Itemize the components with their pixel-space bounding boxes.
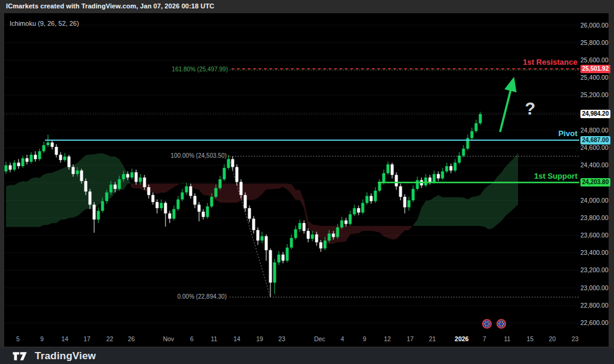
pivot-label[interactable]: Pivot	[558, 129, 577, 138]
time-axis-label: 23	[278, 335, 285, 342]
candle-down	[202, 212, 205, 217]
cloud-bear-segment	[262, 183, 266, 194]
candle-up	[454, 163, 457, 170]
candle-down	[315, 234, 318, 242]
support-label[interactable]: 1st Support	[534, 172, 577, 181]
cloud-bull-segment	[77, 159, 82, 216]
cloud-bear-segment	[321, 226, 325, 242]
tradingview-logo-icon[interactable]	[11, 350, 29, 362]
cloud-bear-segment	[224, 183, 228, 203]
cloud-bear-segment	[367, 226, 371, 231]
candle-up	[412, 189, 415, 200]
fib-161-label[interactable]: 161.80% (25,497.99)	[172, 66, 228, 73]
cloud-bull-segment	[31, 178, 35, 227]
cloud-bull-segment	[6, 185, 10, 227]
time-axis-label: 14	[61, 335, 68, 342]
candle-up	[433, 174, 436, 182]
cloud-bull-segment	[484, 185, 489, 229]
candle-down	[59, 155, 62, 160]
time-axis-label: 15	[526, 335, 534, 342]
candle-up	[273, 263, 276, 283]
cloud-bear-segment	[258, 183, 262, 198]
time-axis-label: 11	[211, 335, 218, 342]
fib-100-label[interactable]: 100.00% (24,503.50)	[171, 152, 227, 159]
cloud-bear-segment	[312, 225, 317, 236]
candle-up	[362, 203, 365, 212]
time-axis-label: 5	[16, 335, 20, 342]
cloud-bear-segment	[380, 226, 384, 236]
pivot-price-badge: 24,687.00	[580, 136, 610, 145]
cloud-bull-segment	[451, 197, 455, 226]
cloud-bear-segment	[157, 183, 161, 194]
cloud-bear-segment	[186, 183, 191, 185]
candle-up	[97, 211, 100, 220]
tradingview-brand-text[interactable]: TradingView	[35, 350, 96, 362]
candle-up	[378, 183, 381, 191]
candle-up	[290, 238, 293, 248]
fib-trendline[interactable]	[228, 156, 270, 297]
candle-down	[152, 195, 155, 202]
candle-down	[72, 167, 75, 175]
cloud-bull-segment	[489, 183, 493, 229]
price-axis-label: 23,400.00	[580, 249, 608, 256]
candle-up	[185, 186, 188, 192]
candle-down	[357, 208, 360, 212]
cloud-bear-segment	[254, 183, 258, 200]
candle-down	[257, 230, 260, 241]
cloud-bear-segment	[283, 183, 287, 189]
cloud-bull-segment	[417, 207, 422, 226]
price-chart-canvas[interactable]	[0, 0, 614, 364]
candle-down	[26, 158, 29, 162]
cloud-bear-segment	[375, 226, 380, 233]
candle-down	[156, 202, 159, 208]
candle-up	[475, 124, 478, 131]
candle-up	[441, 172, 444, 179]
candle-up	[261, 236, 264, 240]
candle-up	[383, 173, 386, 183]
cloud-bull-segment	[434, 195, 438, 226]
cloud-bear-segment	[207, 183, 212, 197]
time-axis-label: 17	[407, 335, 414, 342]
time-axis-label: Nov	[163, 335, 174, 342]
up-arrow-drawing[interactable]	[500, 80, 513, 132]
cloud-bull-segment	[14, 182, 19, 227]
cloud-bull-segment	[413, 219, 417, 225]
cloud-bear-segment	[363, 226, 367, 231]
candle-up	[76, 170, 79, 174]
candle-up	[416, 180, 419, 189]
candle-up	[106, 192, 109, 201]
candle-up	[349, 214, 352, 224]
cloud-bear-segment	[275, 183, 279, 189]
cloud-bear-segment	[174, 183, 178, 187]
candle-up	[22, 158, 25, 166]
candle-up	[479, 114, 482, 123]
candle-up	[177, 200, 180, 209]
cloud-bear-segment	[161, 183, 165, 192]
cloud-bear-segment	[178, 183, 182, 185]
candle-down	[332, 233, 335, 237]
time-axis-label: 19	[256, 335, 263, 342]
cloud-bull-segment	[61, 167, 65, 220]
price-axis-label: 25,600.00	[580, 56, 608, 64]
time-axis-label: 4	[341, 335, 344, 342]
time-axis-label: 7	[483, 335, 486, 342]
candle-up	[223, 168, 226, 179]
resistance-price-badge: 25,501.92	[580, 65, 610, 73]
cloud-bull-segment	[94, 154, 98, 209]
candle-down	[437, 174, 440, 178]
cloud-bull-segment	[468, 197, 472, 226]
candle-up	[227, 159, 230, 168]
eu-flag-event-icon[interactable]	[497, 320, 505, 328]
candle-up	[471, 131, 474, 139]
question-mark-annotation: ?	[525, 99, 535, 119]
candle-down	[240, 182, 243, 195]
resistance-label[interactable]: 1st Resistance	[523, 58, 577, 67]
indicator-settings-label[interactable]: Ichimoku (9, 26, 52, 26)	[10, 20, 79, 27]
cloud-bear-segment	[170, 183, 174, 189]
eu-flag-event-icon[interactable]	[483, 320, 491, 328]
time-axis-label: 22	[106, 335, 113, 342]
candle-up	[366, 196, 369, 203]
price-axis-label: 23,800.00	[580, 214, 608, 221]
fib-0-label[interactable]: 0.00% (22,894.30)	[177, 293, 227, 300]
candle-up	[299, 223, 302, 229]
